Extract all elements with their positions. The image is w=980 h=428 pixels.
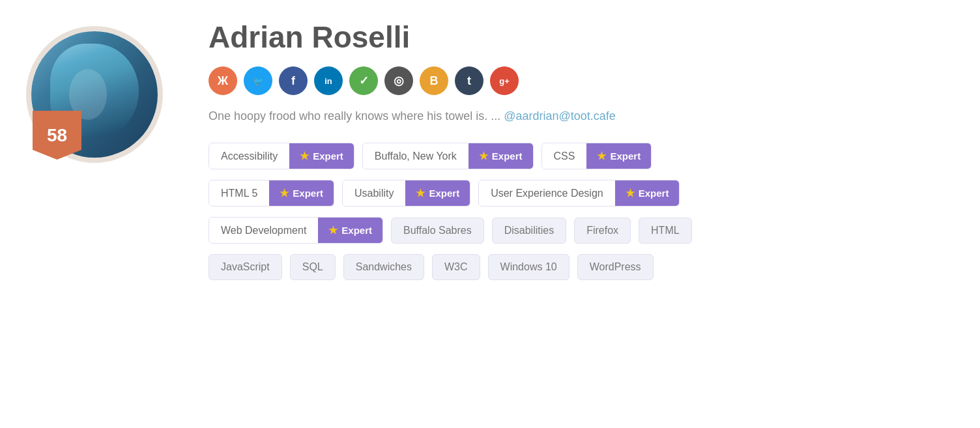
skill-item-0-2[interactable]: CSS★ Expert <box>541 143 652 169</box>
profile-name: Adrian Roselli <box>209 20 954 55</box>
skill-tag-2-3[interactable]: Firefox <box>574 218 631 244</box>
skill-item-0-1[interactable]: Buffalo, New York★ Expert <box>362 143 534 169</box>
skill-name-0-1: Buffalo, New York <box>363 144 468 169</box>
social-icons-row: Ж🐦fin✓◎Btg+ <box>209 66 954 95</box>
bio-content: One hoopy frood who really knows where h… <box>209 109 504 122</box>
skills-row-3: JavaScriptSQLSandwichesW3CWindows 10Word… <box>209 254 954 280</box>
star-icon: ★ <box>479 150 488 162</box>
score-value: 58 <box>47 125 67 146</box>
skill-level-2-0: ★ Expert <box>318 218 382 243</box>
skill-tag-3-4[interactable]: Windows 10 <box>488 254 569 280</box>
skill-tag-2-2[interactable]: Disabilities <box>492 218 566 244</box>
instagram-icon[interactable]: ◎ <box>384 66 413 95</box>
ok-icon[interactable]: Ж <box>209 66 237 95</box>
star-icon: ★ <box>626 187 635 199</box>
skill-tag-3-2[interactable]: Sandwiches <box>343 254 424 280</box>
tumblr-icon[interactable]: t <box>455 66 483 95</box>
skill-name-2-0: Web Development <box>209 218 318 243</box>
skill-level-1-2: ★ Expert <box>615 180 680 206</box>
star-icon: ★ <box>280 187 289 199</box>
skill-level-0-2: ★ Expert <box>586 143 651 169</box>
wunderlist-icon[interactable]: ✓ <box>349 66 378 95</box>
skill-name-0-2: CSS <box>542 144 587 169</box>
googleplus-icon[interactable]: g+ <box>490 66 519 95</box>
twitter-icon[interactable]: 🐦 <box>244 66 272 95</box>
skill-tag-2-1[interactable]: Buffalo Sabres <box>391 218 484 244</box>
skill-item-1-2[interactable]: User Experience Design★ Expert <box>478 180 680 207</box>
bio-mention: @aardrian@toot.cafe <box>504 109 616 122</box>
skill-tag-3-3[interactable]: W3C <box>432 254 480 280</box>
facebook-icon[interactable]: f <box>279 66 308 95</box>
profile-right-panel: Adrian Roselli Ж🐦fin✓◎Btg+ One hoopy fro… <box>209 20 954 280</box>
star-icon: ★ <box>328 224 338 236</box>
skills-row-2: Web Development★ ExpertBuffalo SabresDis… <box>209 217 954 244</box>
skill-level-0-1: ★ Expert <box>468 143 533 169</box>
skill-name-1-0: HTML 5 <box>209 181 269 206</box>
star-icon: ★ <box>300 150 309 162</box>
skill-level-1-0: ★ Expert <box>269 180 334 206</box>
skill-tag-2-4[interactable]: HTML <box>639 218 692 244</box>
skill-level-1-1: ★ Expert <box>405 180 470 206</box>
skill-tag-3-5[interactable]: WordPress <box>577 254 654 280</box>
blogger-icon[interactable]: B <box>420 66 448 95</box>
skill-level-0-0: ★ Expert <box>289 143 354 169</box>
skill-tag-3-1[interactable]: SQL <box>290 254 336 280</box>
skill-item-2-0[interactable]: Web Development★ Expert <box>209 217 383 244</box>
bio-text: One hoopy frood who really knows where h… <box>209 109 954 123</box>
skills-area: Accessibility★ ExpertBuffalo, New York★ … <box>209 143 954 280</box>
linkedin-icon[interactable]: in <box>314 66 343 95</box>
skill-name-1-2: User Experience Design <box>479 181 615 206</box>
skill-item-0-0[interactable]: Accessibility★ Expert <box>209 143 354 169</box>
star-icon: ★ <box>597 150 606 162</box>
skill-item-1-1[interactable]: Usability★ Expert <box>342 180 470 207</box>
skill-name-0-0: Accessibility <box>209 144 289 169</box>
skill-name-1-1: Usability <box>343 181 405 206</box>
skills-row-0: Accessibility★ ExpertBuffalo, New York★ … <box>209 143 954 169</box>
star-icon: ★ <box>416 187 425 199</box>
skill-item-1-0[interactable]: HTML 5★ Expert <box>209 180 334 207</box>
score-badge: 58 <box>33 111 81 160</box>
skills-row-1: HTML 5★ ExpertUsability★ ExpertUser Expe… <box>209 180 954 207</box>
profile-left-panel: 58 <box>26 26 176 163</box>
skill-tag-3-0[interactable]: JavaScript <box>209 254 282 280</box>
